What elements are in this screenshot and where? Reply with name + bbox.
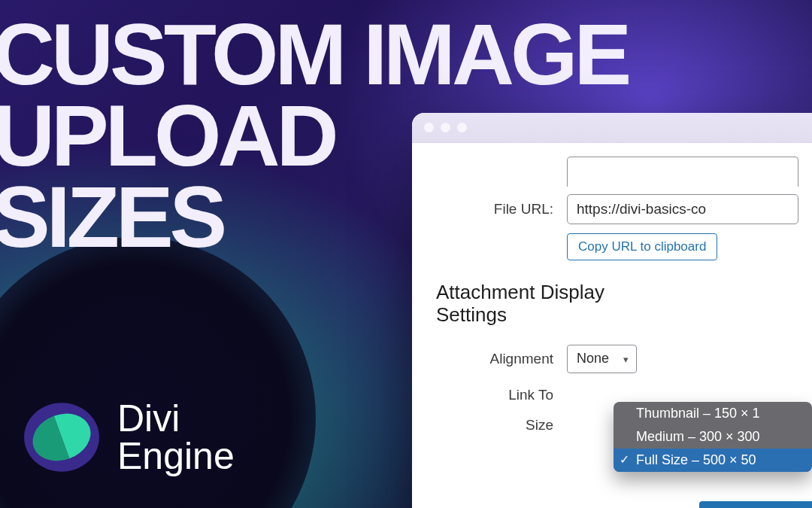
divi-engine-logo-icon <box>23 398 101 476</box>
copy-url-row: Copy URL to clipboard <box>426 233 798 260</box>
chevron-down-icon: ▾ <box>623 353 629 364</box>
attachment-display-settings-heading: Attachment Display Settings <box>426 281 798 327</box>
link-to-row: Link To <box>426 387 798 403</box>
copy-url-button[interactable]: Copy URL to clipboard <box>567 233 717 260</box>
upload-button[interactable]: Upload an im <box>699 501 812 508</box>
window-zoom-icon[interactable] <box>457 123 467 132</box>
headline-line-1: CUSTOM IMAGE <box>0 14 628 95</box>
alignment-select[interactable]: None ▾ <box>567 345 637 373</box>
file-url-label: File URL: <box>426 201 567 217</box>
window-minimize-icon[interactable] <box>441 123 450 132</box>
window-close-icon[interactable] <box>424 123 434 132</box>
brand-name-line-1: Divi <box>117 400 235 437</box>
browser-titlebar <box>412 113 812 143</box>
brand-name: Divi Engine <box>117 400 235 475</box>
browser-window: File URL: Copy URL to clipboard Attachme… <box>412 113 812 508</box>
file-url-row: File URL: <box>426 194 798 224</box>
brand-logo-block: Divi Engine <box>23 398 235 476</box>
browser-body: File URL: Copy URL to clipboard Attachme… <box>412 143 812 508</box>
size-dropdown-menu[interactable]: Thumbnail – 150 × 1 Medium – 300 × 300 F… <box>614 402 812 472</box>
file-url-input[interactable] <box>567 194 798 224</box>
size-option-medium[interactable]: Medium – 300 × 300 <box>614 425 812 449</box>
link-to-label: Link To <box>426 387 567 403</box>
size-label: Size <box>426 417 567 433</box>
alignment-select-value: None <box>577 351 609 367</box>
cropped-input-above[interactable] <box>567 157 798 187</box>
alignment-label: Alignment <box>426 351 567 367</box>
size-option-full-size[interactable]: Full Size – 500 × 50 <box>614 449 812 472</box>
brand-name-line-2: Engine <box>117 437 235 475</box>
size-option-thumbnail[interactable]: Thumbnail – 150 × 1 <box>614 402 812 425</box>
alignment-row: Alignment None ▾ <box>426 345 798 373</box>
